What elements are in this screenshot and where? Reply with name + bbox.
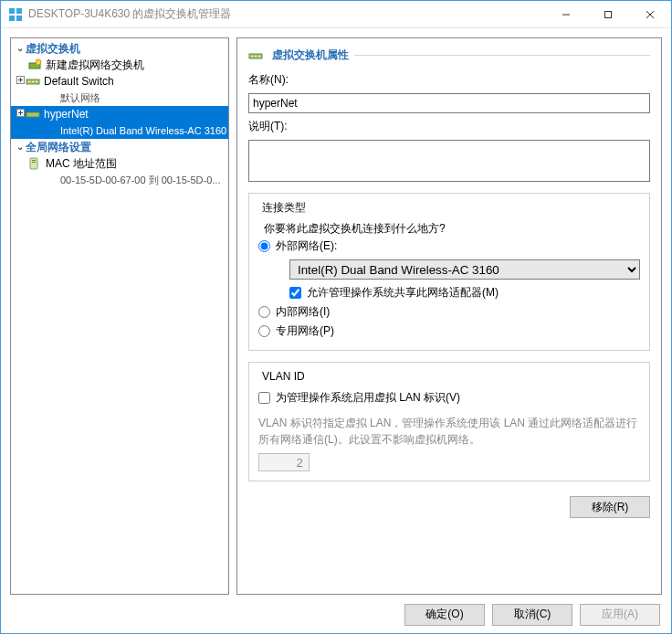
vlan-group-label: VLAN ID	[258, 370, 309, 383]
name-input[interactable]	[248, 93, 650, 113]
expand-icon	[15, 74, 26, 89]
window-title: DESKTOP-3U4K630 的虚拟交换机管理器	[28, 6, 545, 22]
svg-rect-20	[26, 112, 39, 117]
tree-item-sublabel: 00-15-5D-00-67-00 到 00-15-5D-0...	[60, 173, 220, 187]
switch-icon	[26, 107, 40, 122]
svg-rect-22	[32, 160, 36, 161]
svg-point-9	[36, 59, 41, 65]
svg-rect-21	[30, 158, 37, 169]
svg-rect-0	[9, 8, 15, 14]
svg-rect-27	[258, 56, 260, 57]
checkbox-vlan-enable[interactable]: 为管理操作系统启用虚拟 LAN 标识(V)	[258, 388, 640, 407]
svg-rect-25	[251, 56, 253, 57]
desc-label: 说明(T):	[248, 119, 650, 134]
svg-rect-14	[28, 81, 30, 82]
radio-external-input[interactable]	[258, 240, 270, 252]
connection-question: 你要将此虚拟交换机连接到什么地方?	[258, 221, 640, 237]
name-label: 名称(N):	[248, 72, 650, 88]
connection-type-group: 连接类型 你要将此虚拟交换机连接到什么地方? 外部网络(E): Intel(R)…	[248, 193, 650, 351]
checkbox-share-adapter-label: 允许管理操作系统共享此网络适配器(M)	[307, 285, 499, 301]
tree-section-label: 虚拟交换机	[26, 41, 80, 56]
switch-icon	[248, 48, 263, 63]
tree-item-label: Default Switch	[44, 74, 114, 89]
svg-rect-1	[16, 8, 22, 14]
checkbox-share-adapter-input[interactable]	[289, 287, 301, 299]
radio-external[interactable]: 外部网络(E):	[258, 237, 640, 256]
minimize-button[interactable]	[545, 1, 587, 28]
radio-internal-input[interactable]	[258, 306, 270, 318]
app-icon	[8, 7, 23, 22]
close-button[interactable]	[629, 1, 671, 28]
ok-button[interactable]: 确定(O)	[404, 604, 485, 626]
svg-rect-23	[32, 162, 36, 163]
svg-rect-3	[16, 16, 22, 21]
tree-item-mac-range[interactable]: MAC 地址范围	[11, 155, 228, 172]
radio-external-label: 外部网络(E):	[276, 238, 337, 254]
collapse-icon: ⌄	[15, 41, 26, 56]
radio-private-input[interactable]	[258, 325, 270, 337]
connection-type-label: 连接类型	[258, 200, 310, 216]
tree-panel: ⌄ 虚拟交换机 新建虚拟网络交换机 Default Switch 默认网络	[10, 37, 229, 595]
tree-item-new-vswitch[interactable]: 新建虚拟网络交换机	[11, 57, 228, 73]
collapse-icon: ⌄	[15, 140, 26, 154]
virtual-switch-manager-window: DESKTOP-3U4K630 的虚拟交换机管理器 ⌄ 虚拟交换机 新建虚拟网络…	[0, 0, 672, 634]
remove-button[interactable]: 移除(R)	[570, 496, 650, 518]
tree-item-hypernet-sub[interactable]: Intel(R) Dual Band Wireless-AC 3160	[11, 122, 228, 139]
tree-item-default-switch-sub[interactable]: 默认网络	[11, 90, 228, 106]
vlan-group: VLAN ID 为管理操作系统启用虚拟 LAN 标识(V) VLAN 标识符指定…	[248, 362, 650, 481]
tree-section-vswitch[interactable]: ⌄ 虚拟交换机	[11, 40, 228, 57]
tree-item-default-switch[interactable]: Default Switch	[11, 73, 228, 90]
tree-item-sublabel: 默认网络	[60, 90, 100, 105]
tree-item-sublabel: Intel(R) Dual Band Wireless-AC 3160	[60, 123, 226, 138]
svg-rect-15	[32, 81, 34, 82]
checkbox-vlan-enable-input[interactable]	[258, 392, 270, 404]
properties-header: 虚拟交换机属性	[248, 48, 650, 63]
vlan-hint: VLAN 标识符指定虚拟 LAN，管理操作系统使用该 LAN 通过此网络适配器进…	[258, 415, 640, 448]
checkbox-vlan-enable-label: 为管理操作系统启用虚拟 LAN 标识(V)	[276, 390, 460, 406]
tree-section-label: 全局网络设置	[26, 140, 91, 154]
maximize-button[interactable]	[587, 1, 629, 28]
detail-panel: 虚拟交换机属性 名称(N): 说明(T): 连接类型 你要将此虚拟交换机连接到什…	[236, 37, 662, 595]
radio-internal[interactable]: 内部网络(I)	[258, 302, 640, 322]
svg-rect-16	[36, 81, 37, 82]
tree-item-label: hyperNet	[44, 107, 89, 122]
dialog-footer: 确定(O) 取消(C) 应用(A)	[1, 595, 671, 633]
new-vswitch-icon	[27, 58, 42, 72]
cancel-button[interactable]: 取消(C)	[492, 604, 572, 626]
vlan-id-input	[258, 453, 310, 471]
radio-internal-label: 内部网络(I)	[276, 304, 330, 320]
svg-rect-26	[255, 56, 257, 57]
switch-icon	[26, 74, 40, 89]
radio-private-label: 专用网络(P)	[276, 323, 334, 339]
apply-button[interactable]: 应用(A)	[580, 604, 660, 626]
expand-icon	[15, 107, 26, 122]
svg-rect-5	[605, 11, 612, 17]
svg-rect-2	[9, 16, 15, 21]
tree-item-hypernet[interactable]: hyperNet	[11, 106, 228, 122]
desc-textarea[interactable]	[248, 140, 650, 182]
tree-section-global[interactable]: ⌄ 全局网络设置	[11, 139, 228, 155]
properties-header-label: 虚拟交换机属性	[272, 48, 349, 63]
titlebar: DESKTOP-3U4K630 的虚拟交换机管理器	[1, 1, 671, 28]
mac-icon	[27, 156, 42, 171]
header-divider	[354, 55, 650, 56]
radio-private[interactable]: 专用网络(P)	[258, 322, 640, 341]
checkbox-share-adapter[interactable]: 允许管理操作系统共享此网络适配器(M)	[258, 283, 640, 302]
tree-item-mac-range-sub[interactable]: 00-15-5D-00-67-00 到 00-15-5D-0...	[11, 172, 228, 188]
tree-item-label: MAC 地址范围	[46, 156, 117, 171]
tree-item-label: 新建虚拟网络交换机	[46, 58, 144, 72]
external-adapter-select[interactable]: Intel(R) Dual Band Wireless-AC 3160	[289, 259, 640, 280]
